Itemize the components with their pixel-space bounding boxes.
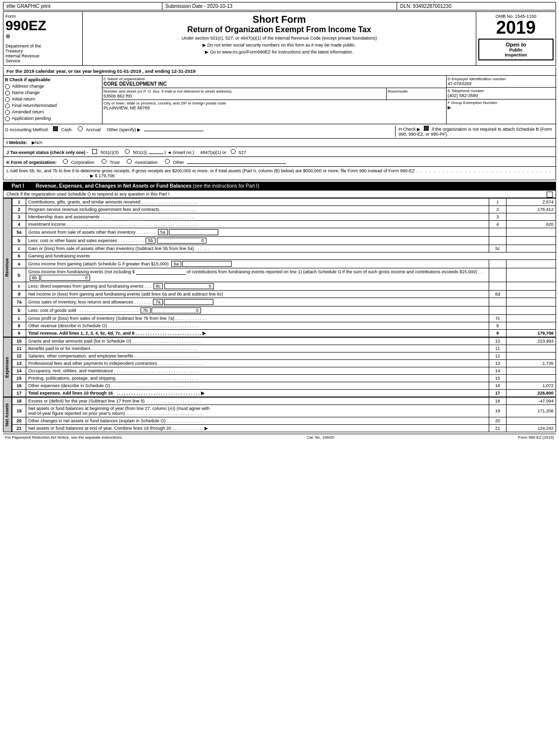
corp-wrap[interactable]: Corporation [63,160,96,165]
assoc-wrap[interactable]: Association [127,160,159,165]
corp-radio[interactable] [63,159,68,164]
form-right: OMB No. 1545-1150 2019 Open to Public In… [476,12,556,65]
lineref-10: 10 [489,338,507,345]
label-21: Net assets or fund balances at end of ye… [26,425,489,432]
accrual-check[interactable]: Accrual [78,127,102,132]
other-org-wrap[interactable]: Other [165,160,287,165]
form-left: Form 990EZ ⊕ Department of the Treasury … [3,12,83,65]
open-sub1: Public [481,48,551,52]
row-11: 11 Benefits paid to or for members . . .… [12,345,556,353]
notice1: ▶ Do not enter social security numbers o… [85,43,474,48]
notice2: ▶ Go to www.irs.gov/Form990EZ for instru… [85,50,474,54]
num-20: 20 [12,417,26,425]
label-16: Other expenses (describe in Schedule O) … [26,382,489,390]
status-501c-radio[interactable] [125,149,130,154]
website-value: ▶N/A [32,140,43,145]
form-center: Short Form Return of Organization Exempt… [83,12,476,65]
num-11: 11 [12,345,26,353]
footer-left: For Paperwork Reduction Act Notice, see … [5,435,123,440]
num-15: 15 [12,375,26,382]
num-8: 8 [12,322,26,330]
check-address[interactable]: Address change [5,84,101,89]
name-change-radio[interactable] [5,91,10,96]
initial-radio[interactable] [5,97,10,102]
lineref-11: 11 [489,345,507,353]
l-arrow: ▶ $ [90,173,99,178]
pending-radio[interactable] [5,116,10,121]
pending-label: Application pending [12,116,51,121]
check-amended[interactable]: Amended return [5,109,101,115]
expenses-section: Expenses 10 Grants and similar amounts p… [3,337,556,397]
lineref-19: 19 [489,405,507,417]
final-radio[interactable] [5,103,10,108]
form-number: 990EZ [5,19,80,33]
row-13: 13 Professional fees and other payments … [12,360,556,367]
val-12 [507,353,556,360]
cash-checkbox[interactable] [53,126,58,131]
num-5c: c [12,245,26,252]
status-527-wrap[interactable]: 527 [231,150,247,155]
status-501c3-check[interactable] [92,149,97,154]
label-5b: Less: cost or other basis and sales expe… [26,237,489,245]
address-radio[interactable] [5,84,10,89]
lineref-5c: 5c [489,245,507,252]
city-label: City or town, state or province, country… [103,101,445,105]
num-6: 6 [12,252,26,260]
other-org-field[interactable] [187,163,286,164]
street-cell: Number and street (or P. O. box, if mail… [102,88,387,100]
label-17: Total expenses. Add lines 10 through 16 … [26,390,489,397]
status-527-radio[interactable] [231,149,236,154]
num-10: 10 [12,338,26,345]
dept-name: Treasury [5,49,80,53]
row-7c: c Gross profit or (loss) from sales of i… [12,315,556,322]
label-7b: Less: cost of goods sold . . . . . . . .… [26,306,489,315]
num-19: 19 [12,405,26,417]
val-1: 2,674 [507,199,556,206]
num-6a: a [12,260,26,268]
insert-no-field[interactable] [149,153,163,154]
open-sub2: Inspection [481,52,551,57]
dln: DLN: 93492287001230 [397,2,556,10]
row-10: 10 Grants and similar amounts paid (list… [12,338,556,345]
ein-row: D Employer identification number 47-0783… [447,76,556,88]
schedule-o-checkbox[interactable] [547,192,553,198]
val-10: 223,993 [507,338,556,345]
other-org-radio[interactable] [165,159,170,164]
irs-label: Internal Revenue [5,53,80,58]
trust-wrap[interactable]: Trust [102,160,121,165]
val-5a [507,228,556,237]
accrual-radio[interactable] [78,126,83,131]
lineref-7a [489,298,507,306]
amended-radio[interactable] [5,110,10,115]
check-final[interactable]: Final return/terminated [5,103,101,108]
cash-check[interactable]: Cash [53,127,73,132]
tax-year-section: For the 2019 calendar year, or tax year … [3,67,556,76]
page-footer: For Paperwork Reduction Act Notice, see … [3,434,556,441]
label-19: Net assets or fund balances at beginning… [26,405,489,417]
val-9: 179,706 [507,330,556,337]
lineref-18: 18 [489,398,507,405]
val-7b [507,306,556,315]
row-14: 14 Occupancy, rent, utilities, and maint… [12,367,556,375]
num-16: 16 [12,382,26,390]
lineref-17: 17 [489,390,507,397]
status-501c-wrap[interactable]: 501(c)( ) ◄ (insert no.) [125,150,196,155]
k-label: K Form of organization: [6,160,57,165]
status-501c3-wrap[interactable]: 501(c)(3) [92,150,120,155]
check-pending[interactable]: Application pending [5,116,101,121]
address-value: 53506 862 RD [103,94,385,99]
h-checkbox[interactable] [424,126,429,131]
num-5a: 5a [12,228,26,237]
ein-section: D Employer identification number 47-0783… [447,76,556,124]
num-2: 2 [12,206,26,213]
assoc-radio[interactable] [127,159,132,164]
lineref-7b [489,306,507,315]
num-12: 12 [12,353,26,360]
lineref-15: 15 [489,375,507,382]
trust-label: Trust [109,160,119,165]
check-name-change[interactable]: Name change [5,90,101,96]
trust-radio[interactable] [102,159,106,164]
check-initial[interactable]: Initial return [5,97,101,102]
part1-title-bar: Revenue, Expenses, and Changes in Net As… [33,182,556,190]
row-19: 19 Net assets or fund balances at beginn… [12,405,556,417]
